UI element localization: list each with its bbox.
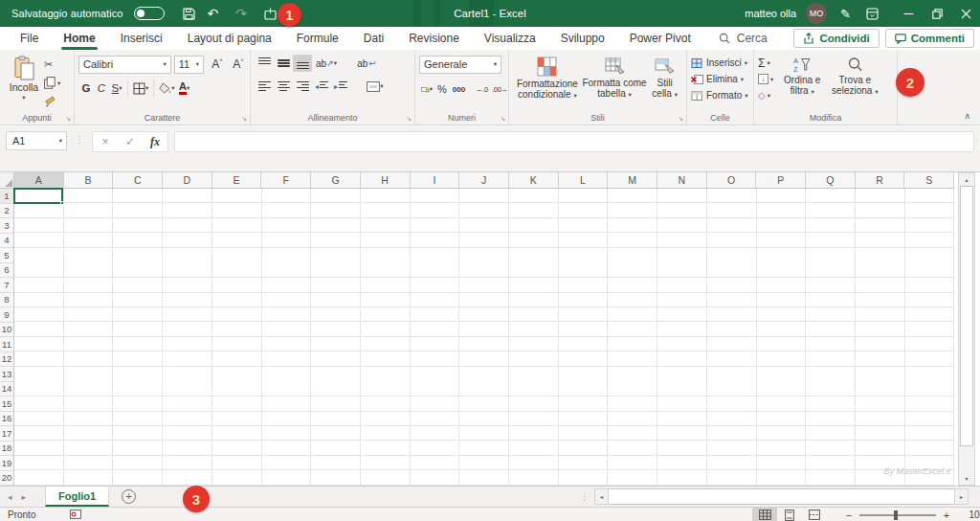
- confirm-entry-button[interactable]: ✓: [118, 135, 143, 148]
- format-cells-button[interactable]: Formato ▾: [691, 87, 749, 103]
- column-header-Q[interactable]: Q: [806, 172, 856, 188]
- row-header-3[interactable]: 3: [0, 218, 13, 234]
- row-header-12[interactable]: 12: [0, 352, 13, 368]
- restore-button[interactable]: [923, 0, 951, 27]
- increase-indent-button[interactable]: ▸: [331, 78, 350, 95]
- row-header-9[interactable]: 9: [0, 307, 13, 323]
- autosum-button[interactable]: Σ▾: [758, 56, 773, 70]
- next-sheet-button[interactable]: ▸: [22, 492, 27, 502]
- user-name[interactable]: matteo olla: [745, 8, 796, 19]
- row-header-14[interactable]: 14: [0, 382, 13, 397]
- page-break-preview-button[interactable]: [802, 508, 827, 521]
- wrap-text-button[interactable]: ab↩: [354, 55, 379, 72]
- comma-style-button[interactable]: 000: [450, 85, 468, 94]
- close-button[interactable]: [951, 0, 980, 27]
- underline-button[interactable]: S▾: [109, 80, 124, 97]
- tab-inserisci[interactable]: Inserisci: [108, 27, 175, 50]
- increase-font-button[interactable]: A˄: [210, 57, 225, 73]
- row-header-7[interactable]: 7: [0, 278, 13, 293]
- borders-button[interactable]: ▾: [131, 80, 150, 97]
- add-sheet-button[interactable]: +: [122, 489, 136, 504]
- column-header-S[interactable]: S: [904, 172, 954, 188]
- tab-layout-di-pagina[interactable]: Layout di pagina: [175, 27, 284, 50]
- vertical-scroll-thumb[interactable]: [960, 186, 973, 446]
- column-header-K[interactable]: K: [509, 172, 559, 188]
- column-header-B[interactable]: B: [64, 172, 114, 188]
- cut-button[interactable]: ✂: [44, 57, 60, 72]
- fill-color-button[interactable]: ▾: [157, 80, 176, 97]
- formula-bar-grip[interactable]: ⋮: [75, 134, 84, 145]
- align-center-button[interactable]: [274, 78, 293, 95]
- scrollbar-grip[interactable]: ⋮: [580, 491, 590, 502]
- align-left-button[interactable]: [255, 78, 274, 95]
- copy-button[interactable]: ▾: [44, 76, 60, 90]
- font-size-combo[interactable]: 11▾: [174, 56, 204, 74]
- align-top-button[interactable]: [255, 55, 274, 72]
- autosave-toggle[interactable]: [134, 7, 165, 20]
- number-dialog-launcher[interactable]: ↘: [500, 115, 505, 123]
- column-header-O[interactable]: O: [707, 172, 757, 188]
- font-color-button[interactable]: A▾: [177, 80, 192, 97]
- share-button[interactable]: Condividi: [793, 29, 879, 48]
- alignment-dialog-launcher[interactable]: ↘: [406, 115, 412, 123]
- minimize-button[interactable]: [894, 0, 923, 27]
- sheet-tab-foglio1[interactable]: Foglio1: [45, 487, 109, 507]
- touch-mode-button[interactable]: [264, 8, 277, 20]
- column-header-A[interactable]: A: [14, 172, 64, 188]
- align-right-button[interactable]: [293, 78, 312, 95]
- scroll-up-arrow[interactable]: ▴: [959, 173, 974, 186]
- number-format-combo[interactable]: Generale▾: [419, 56, 501, 74]
- page-layout-view-button[interactable]: [777, 508, 802, 521]
- cells-area[interactable]: By MasterExcel.it: [14, 189, 954, 486]
- tab-revisione[interactable]: Revisione: [396, 27, 472, 50]
- tab-file[interactable]: File: [8, 27, 51, 50]
- row-header-10[interactable]: 10: [0, 323, 13, 338]
- avatar[interactable]: MO: [806, 3, 827, 24]
- percent-style-button[interactable]: %: [434, 83, 450, 95]
- zoom-out-button[interactable]: −: [842, 510, 856, 521]
- italic-button[interactable]: C: [94, 80, 109, 97]
- find-select-button[interactable]: Trova e seleziona ▾: [827, 54, 882, 109]
- row-header-5[interactable]: 5: [0, 248, 13, 263]
- font-name-combo[interactable]: Calibri▾: [78, 56, 171, 74]
- paste-button[interactable]: Incolla ▾: [4, 54, 44, 109]
- row-header-20[interactable]: 20: [0, 471, 13, 487]
- bold-button[interactable]: G: [78, 80, 94, 97]
- format-painter-button[interactable]: [44, 94, 60, 108]
- scroll-left-arrow[interactable]: ◂: [594, 488, 609, 505]
- cell-styles-button[interactable]: Stili cella ▾: [647, 54, 682, 109]
- vertical-scrollbar[interactable]: ▴ ▾: [958, 172, 975, 486]
- delete-cells-button[interactable]: Elimina ▾: [691, 71, 749, 87]
- row-header-11[interactable]: 11: [0, 337, 13, 352]
- column-header-F[interactable]: F: [261, 172, 311, 188]
- row-header-17[interactable]: 17: [0, 426, 13, 442]
- row-header-6[interactable]: 6: [0, 263, 13, 279]
- column-header-L[interactable]: L: [559, 172, 609, 188]
- row-header-13[interactable]: 13: [0, 367, 13, 382]
- insert-cells-button[interactable]: Inserisci ▾: [691, 55, 749, 71]
- insert-function-button[interactable]: fx: [143, 135, 167, 149]
- tab-dati[interactable]: Dati: [351, 27, 396, 50]
- ribbon-display-options-icon[interactable]: [866, 8, 879, 20]
- comments-button[interactable]: Commenti: [885, 29, 974, 48]
- scroll-down-arrow[interactable]: ▾: [959, 472, 974, 485]
- column-header-C[interactable]: C: [113, 172, 163, 188]
- column-header-D[interactable]: D: [163, 172, 212, 188]
- horizontal-scroll-thumb[interactable]: [609, 488, 954, 505]
- clear-button[interactable]: ◇▾: [758, 88, 773, 102]
- fill-button[interactable]: ↓▾: [758, 72, 773, 86]
- column-header-M[interactable]: M: [608, 172, 657, 188]
- row-header-15[interactable]: 15: [0, 396, 13, 412]
- decrease-font-button[interactable]: A˅: [231, 57, 246, 73]
- zoom-in-button[interactable]: +: [940, 510, 953, 521]
- normal-view-button[interactable]: [752, 508, 777, 521]
- row-header-18[interactable]: 18: [0, 442, 13, 457]
- tab-visualizza[interactable]: Visualizza: [472, 27, 548, 50]
- previous-sheet-button[interactable]: ◂: [8, 492, 12, 502]
- cancel-entry-button[interactable]: ×: [93, 135, 118, 148]
- collapse-ribbon-button[interactable]: ∧: [964, 111, 970, 121]
- tab-home[interactable]: Home: [51, 27, 107, 50]
- column-header-N[interactable]: N: [657, 172, 707, 188]
- formula-input[interactable]: [174, 131, 974, 152]
- row-header-19[interactable]: 19: [0, 456, 13, 471]
